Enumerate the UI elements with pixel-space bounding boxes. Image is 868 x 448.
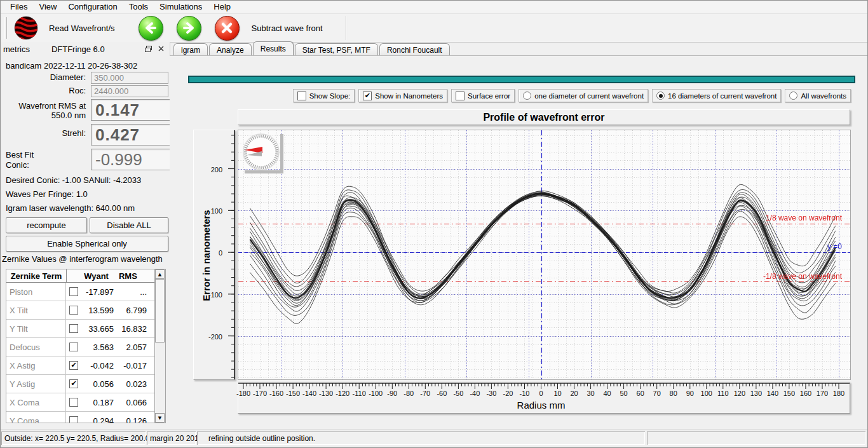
x-tick-label: -180 xyxy=(236,390,250,397)
x-tick-label: 160 xyxy=(800,390,811,397)
next-wavefront-button[interactable] xyxy=(177,16,201,41)
scroll-up-icon[interactable]: ▲ xyxy=(155,269,165,279)
zernike-term-header[interactable]: Zernike Term xyxy=(6,269,67,282)
zernike-row-defocus[interactable]: Defocus3.5632.057 xyxy=(6,338,154,356)
radio-all-wavefronts[interactable]: All wavefronts xyxy=(785,89,851,102)
dock-float-icon[interactable] xyxy=(143,44,153,53)
read-wavefront-label: Read Wavefront/s xyxy=(49,24,115,33)
progress-bar xyxy=(188,76,855,83)
control-label: Show in Nanometers xyxy=(375,92,443,100)
menu-item-simulations[interactable]: Simulations xyxy=(154,1,208,13)
x-tick-label: -130 xyxy=(319,390,333,397)
checkbox-surface-error[interactable]: Surface error xyxy=(451,89,515,102)
x-axis-panel: -180-170-160-150-140-130-120-110-100-90-… xyxy=(238,382,850,414)
tab-igram[interactable]: igram xyxy=(173,43,208,55)
tab-results[interactable]: Results xyxy=(253,41,294,55)
y-axis-ticks xyxy=(226,130,235,379)
interferogram-icon xyxy=(13,15,39,41)
tab-star-test-psf-mtf[interactable]: Star Test, PSF, MTF xyxy=(295,43,378,55)
toolbar-drag-handle[interactable] xyxy=(4,17,7,39)
dock-titlebar[interactable]: metrics DFTFringe 6.0 xyxy=(1,42,170,56)
scrollbar-thumb[interactable] xyxy=(155,279,165,343)
rotation-dial-icon[interactable] xyxy=(241,133,285,175)
zernike-checkbox[interactable] xyxy=(69,361,78,370)
diameter-field[interactable]: 350.000 xyxy=(91,72,168,84)
radio-icon[interactable] xyxy=(656,92,665,100)
y-tick-label: 100 xyxy=(211,207,222,215)
menu-item-configuration[interactable]: Configuration xyxy=(62,1,123,13)
x-tick-label: 120 xyxy=(734,390,745,397)
metrics-dock-panel: metrics DFTFringe 6.0 bandicam 2022-12-1… xyxy=(1,42,170,430)
control-label: All wavefronts xyxy=(801,92,846,100)
zernike-row-x-astig[interactable]: X Astig-0.042-0.017 xyxy=(6,356,154,375)
wyant-header[interactable]: Wyant xyxy=(84,271,109,281)
zernike-row-y-tilt[interactable]: Y Tilt33.66516.832 xyxy=(6,320,154,338)
status-bar: Outside: x= 220.5 y= 220.5, Radius= 200.… xyxy=(1,429,867,447)
x-tick-label: 110 xyxy=(717,390,729,397)
ref-line-label-zero: y =0 xyxy=(827,242,842,251)
radio-one-diameter-of-current-wavefront[interactable]: one diameter of current wavefront xyxy=(519,89,648,102)
zernike-row-piston[interactable]: Piston-17.897... xyxy=(6,283,154,301)
menu-item-files[interactable]: Files xyxy=(4,1,33,13)
wavefront-profile-plot[interactable]: 1/8 wave on wavefront y =0 -1/8 wave on … xyxy=(238,130,851,380)
zernike-rms-value: ... xyxy=(114,287,147,297)
checkbox-show-in-nanometers[interactable]: Show in Nanometers xyxy=(358,89,447,102)
zernike-row-y-astig[interactable]: Y Astig0.0560.023 xyxy=(6,375,154,393)
metrics-panel: bandicam 2022-12-11 20-26-38-302 Diamete… xyxy=(1,56,170,430)
x-tick-label: 150 xyxy=(783,390,795,397)
zernike-row-x-tilt[interactable]: X Tilt13.5996.799 xyxy=(6,301,154,320)
delete-wavefront-button[interactable] xyxy=(215,16,240,41)
main-tab-widget: igramAnalyzeResultsStar Test, PSF, MTFRo… xyxy=(170,42,867,430)
checkbox-icon[interactable] xyxy=(363,92,372,100)
x-axis-ruler xyxy=(238,383,850,390)
menu-bar: FilesViewConfigurationToolsSimulationsHe… xyxy=(1,1,867,13)
zernike-term: Y Astig xyxy=(6,375,66,393)
zernike-checkbox[interactable] xyxy=(69,398,78,407)
zernike-row-x-coma[interactable]: X Coma0.1870.066 xyxy=(6,393,154,412)
checkbox-show-slope[interactable]: Show Slope: xyxy=(293,89,355,102)
tab-ronchi-foucault[interactable]: Ronchi Foucault xyxy=(379,43,450,55)
checkbox-icon[interactable] xyxy=(456,92,465,100)
x-tick-label: -60 xyxy=(437,390,447,397)
menu-item-help[interactable]: Help xyxy=(208,1,236,13)
y-tick-label: -100 xyxy=(208,291,222,299)
dock-close-icon[interactable] xyxy=(156,44,166,53)
zernike-table-scrollbar[interactable]: ▲ ▼ xyxy=(154,269,165,423)
ref-line-label-lower: -1/8 wave on wavefront xyxy=(763,272,842,281)
zernike-checkbox[interactable] xyxy=(69,287,78,296)
radio-icon[interactable] xyxy=(523,92,531,100)
roc-field[interactable]: 2440.000 xyxy=(91,85,168,97)
zernike-checkbox[interactable] xyxy=(69,416,78,423)
tab-analyze[interactable]: Analyze xyxy=(209,43,252,55)
zernike-wyant-value: 13.599 xyxy=(78,306,114,315)
zernike-values: -17.897... xyxy=(66,287,154,297)
zernike-values: 33.66516.832 xyxy=(66,324,154,334)
strehl-label: Strehl: xyxy=(1,129,86,139)
wavefront-rms-value: 0.147 xyxy=(91,99,171,121)
checkbox-icon[interactable] xyxy=(297,92,306,100)
radio-icon[interactable] xyxy=(789,92,797,100)
zernike-checkbox[interactable] xyxy=(69,379,78,388)
zernike-row-y-coma[interactable]: Y Coma0.2940.126 xyxy=(6,412,154,423)
control-label: 16 diameters of current wavefront xyxy=(668,92,776,100)
zernike-checkbox[interactable] xyxy=(69,324,78,333)
recompute-button[interactable]: recompute xyxy=(6,217,87,233)
menu-item-view[interactable]: View xyxy=(33,1,62,13)
x-tick-label: -170 xyxy=(253,390,267,397)
radio-16-diameters-of-current-wavefront[interactable]: 16 diameters of current wavefront xyxy=(652,89,781,102)
chart-title: Profile of wavefront error xyxy=(238,109,850,125)
previous-wavefront-button[interactable] xyxy=(139,16,163,41)
rms-header[interactable]: RMS xyxy=(119,271,137,281)
zernike-values: 3.5632.057 xyxy=(66,343,154,352)
disable-all-button[interactable]: Disable ALL xyxy=(90,217,168,233)
menu-item-tools[interactable]: Tools xyxy=(123,1,154,13)
x-tick-label: -160 xyxy=(269,390,283,397)
x-tick-label: 90 xyxy=(686,390,694,397)
scroll-down-icon[interactable]: ▼ xyxy=(155,413,165,423)
y-tick-label: -200 xyxy=(208,333,222,341)
enable-spherical-only-button[interactable]: Enable Spherical only xyxy=(6,236,168,252)
zernike-checkbox[interactable] xyxy=(69,343,78,351)
zernike-checkbox[interactable] xyxy=(69,306,78,315)
zernike-rms-value: 16.832 xyxy=(114,324,147,334)
zernike-values: 0.0560.023 xyxy=(66,379,154,389)
